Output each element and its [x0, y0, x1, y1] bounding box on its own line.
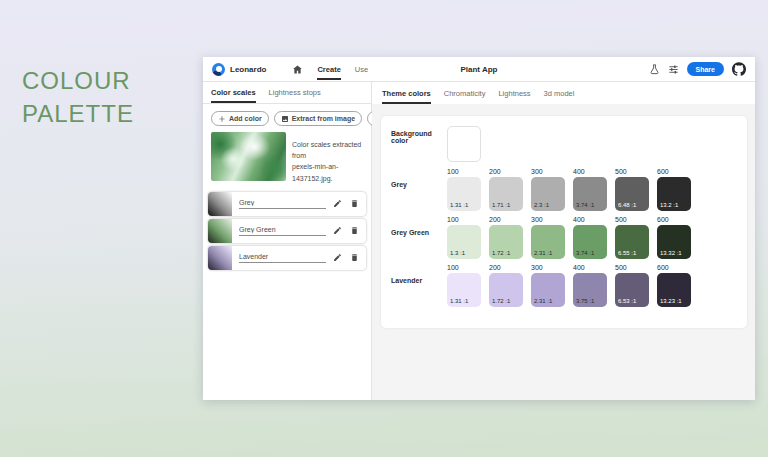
properties-icon[interactable]: [668, 64, 679, 75]
app-header: Leonardo Create Use Plant App Share: [203, 57, 755, 82]
theme-color-row-label: Grey: [391, 168, 447, 211]
background-color-label: Background color: [391, 126, 447, 162]
theme-panel: Theme colors Chromaticity Lightness 3d m…: [372, 82, 755, 400]
tab-theme-colors[interactable]: Theme colors: [382, 82, 431, 104]
theme-swatch: 13.32 :1: [657, 225, 691, 259]
experiment-flask-icon[interactable]: [649, 64, 660, 75]
color-scale-list: [208, 192, 366, 270]
contrast-ratio: 1.31 :1: [450, 298, 468, 304]
scale-gradient-swatch: [208, 246, 232, 270]
edit-pencil-icon[interactable]: [333, 199, 342, 208]
home-icon[interactable]: [292, 64, 303, 75]
swatch-step-label: 500: [615, 216, 649, 223]
swatch-cell: 500 6.55 :1: [615, 216, 649, 259]
scale-name-input[interactable]: [239, 199, 326, 209]
swatch-step-label: 200: [489, 264, 523, 271]
scale-gradient-swatch: [208, 219, 232, 243]
contrast-ratio: 3.75 :1: [576, 298, 594, 304]
swatch-cell: 600 13.23 :1: [657, 264, 691, 307]
color-scale-item[interactable]: [208, 246, 366, 270]
theme-swatch: 1.72 :1: [489, 225, 523, 259]
swatch-cell: 300 2.3 :1: [531, 168, 565, 211]
contrast-ratio: 1.72 :1: [492, 250, 510, 256]
theme-swatch: 1.31 :1: [447, 177, 481, 211]
swatch-cell: 200 1.72 :1: [489, 264, 523, 307]
swatch-step-label: 500: [615, 168, 649, 175]
swatch-step-label: 300: [531, 216, 565, 223]
swatch-cell: 400 3.74 :1: [573, 216, 607, 259]
header-actions: Share: [649, 62, 746, 76]
theme-color-row: Lavender 100 1.31 :1 200 1.72 :1 300 2.3…: [391, 264, 737, 307]
swatch-cell: 200 1.72 :1: [489, 216, 523, 259]
swatch-cell: 100 1.3 :1: [447, 216, 481, 259]
swatch-step-label: 100: [447, 264, 481, 271]
swatch-cell: 200 1.71 :1: [489, 168, 523, 211]
swatch-step-label: 300: [531, 264, 565, 271]
contrast-ratio: 6.48 :1: [618, 202, 636, 208]
tab-color-scales[interactable]: Color scales: [211, 82, 256, 103]
swatch-cell: 300 2.31 :1: [531, 216, 565, 259]
share-button[interactable]: Share: [687, 62, 724, 76]
hero-title-line1: COLOUR: [22, 64, 134, 97]
theme-color-row: Grey Green 100 1.3 :1 200 1.72 :1 300 2.…: [391, 216, 737, 259]
leonardo-app-window: Leonardo Create Use Plant App Share Colo…: [203, 57, 755, 400]
edit-pencil-icon[interactable]: [333, 226, 342, 235]
swatch-cells: 100 1.31 :1 200 1.71 :1 300 2.3 :1 400 3…: [447, 168, 691, 211]
github-icon[interactable]: [732, 62, 746, 76]
theme-panel-tabs: Theme colors Chromaticity Lightness 3d m…: [372, 82, 755, 104]
background-color-section: Background color: [391, 126, 737, 162]
tab-lightness[interactable]: Lightness: [498, 82, 530, 104]
theme-swatch: 13.2 :1: [657, 177, 691, 211]
background-color-swatch[interactable]: [447, 126, 481, 162]
swatch-step-label: 400: [573, 264, 607, 271]
color-scales-panel: Color scales Lightness stops Add color E…: [203, 82, 372, 400]
delete-trash-icon[interactable]: [350, 199, 359, 208]
theme-swatch: 1.71 :1: [489, 177, 523, 211]
theme-swatch: 1.31 :1: [447, 273, 481, 307]
image-icon: [281, 115, 289, 123]
edit-pencil-icon[interactable]: [333, 253, 342, 262]
swatch-cell: 400 3.74 :1: [573, 168, 607, 211]
leonardo-logo-icon[interactable]: [212, 63, 225, 76]
brand-name: Leonardo: [230, 65, 266, 74]
contrast-ratio: 2.3 :1: [534, 202, 549, 208]
scale-name-input[interactable]: [239, 226, 326, 236]
swatch-step-label: 400: [573, 216, 607, 223]
swatch-cell: 600 13.2 :1: [657, 168, 691, 211]
nav-tab-use[interactable]: Use: [355, 65, 368, 74]
theme-swatch: 3.74 :1: [573, 177, 607, 211]
swatch-cell: 500 6.48 :1: [615, 168, 649, 211]
contrast-ratio: 3.74 :1: [576, 250, 594, 256]
contrast-ratio: 1.31 :1: [450, 202, 468, 208]
contrast-ratio: 3.74 :1: [576, 202, 594, 208]
theme-color-row: Grey 100 1.31 :1 200 1.71 :1 300 2.3 :1 …: [391, 168, 737, 211]
swatch-cells: 100 1.3 :1 200 1.72 :1 300 2.31 :1 400 3…: [447, 216, 691, 259]
theme-swatch: 3.75 :1: [573, 273, 607, 307]
tab-lightness-stops[interactable]: Lightness stops: [269, 82, 321, 103]
contrast-ratio: 6.55 :1: [618, 250, 636, 256]
swatch-step-label: 600: [657, 216, 691, 223]
swatch-step-label: 200: [489, 216, 523, 223]
tab-3d-model[interactable]: 3d model: [544, 82, 575, 104]
contrast-ratio: 13.2 :1: [660, 202, 678, 208]
extract-summary: Color scales extracted from pexels-min-a…: [211, 132, 363, 184]
theme-swatch-rows: Grey 100 1.31 :1 200 1.71 :1 300 2.3 :1 …: [391, 168, 737, 307]
source-image-thumbnail: [211, 132, 286, 181]
color-scale-item[interactable]: [208, 219, 366, 243]
extract-from-image-button[interactable]: Extract from image: [274, 111, 362, 126]
swatch-cells: 100 1.31 :1 200 1.72 :1 300 2.31 :1 400 …: [447, 264, 691, 307]
swatch-cell: 600 13.32 :1: [657, 216, 691, 259]
swatch-step-label: 600: [657, 168, 691, 175]
contrast-ratio: 13.32 :1: [660, 250, 682, 256]
tab-chromaticity[interactable]: Chromaticity: [444, 82, 486, 104]
delete-trash-icon[interactable]: [350, 226, 359, 235]
scale-name-input[interactable]: [239, 253, 326, 263]
swatch-step-label: 600: [657, 264, 691, 271]
swatch-step-label: 100: [447, 168, 481, 175]
nav-tab-create[interactable]: Create: [317, 65, 340, 74]
color-scale-item[interactable]: [208, 192, 366, 216]
delete-trash-icon[interactable]: [350, 253, 359, 262]
add-color-button[interactable]: Add color: [211, 111, 269, 126]
header-nav: Create Use: [292, 64, 368, 75]
contrast-ratio: 2.31 :1: [534, 298, 552, 304]
